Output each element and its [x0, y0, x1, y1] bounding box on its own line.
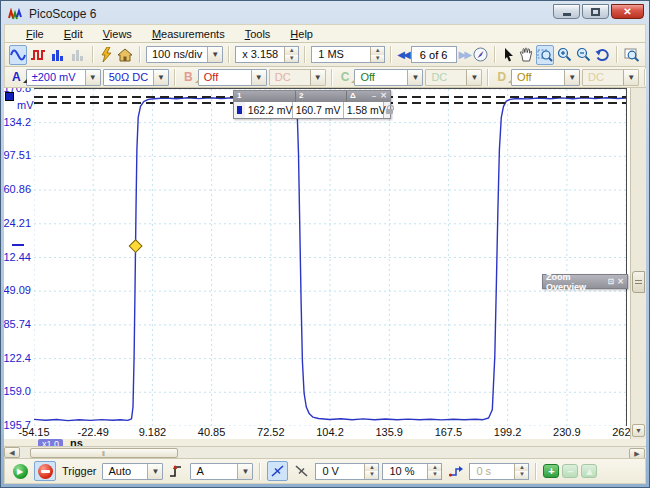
zoom-out-tool-button[interactable] — [575, 45, 592, 65]
scope-bottom-strip: x1.0 ns ◀ ‖ ▶ — [4, 439, 646, 458]
channel-d-coupling-select[interactable]: DC ▼ — [582, 69, 639, 86]
delete-measurement-button[interactable]: ▲ — [581, 464, 597, 478]
trigger-label: Trigger — [59, 465, 99, 477]
trigger-delay-spinner[interactable]: 0 s ▲▼ — [469, 463, 529, 480]
marquee-zoom-tool-button[interactable] — [536, 45, 554, 65]
channel-d-options-button[interactable]: D — [494, 70, 509, 84]
stop-capture-button[interactable] — [34, 461, 56, 481]
ruler-col-delta: Δ — [347, 91, 363, 102]
menu-help[interactable]: Help — [281, 26, 322, 42]
close-legend-icon[interactable]: ✕ — [380, 91, 387, 102]
maximize-button[interactable] — [582, 4, 609, 19]
panel-grip-handle[interactable] — [632, 271, 645, 293]
spectrum-view-button[interactable] — [49, 45, 67, 65]
trigger-source-select[interactable]: A ▼ — [190, 463, 253, 480]
y-tick-label: -12.44 — [4, 251, 31, 263]
zoom-factor-spinner[interactable]: x 3.158 ▲▼ — [235, 46, 299, 63]
separator — [487, 69, 489, 86]
channel-toolbar: A ±200 mV ▼ 50Ω DC ▼ B Off ▼ DC ▼ C Off … — [4, 67, 646, 88]
channel-a-coupling-value: 50Ω DC — [104, 70, 153, 85]
hand-tool-button[interactable] — [518, 45, 534, 65]
channel-b-range-select[interactable]: Off ▼ — [198, 69, 267, 86]
trigger-level-value: 0 V — [316, 464, 364, 479]
pin-icon[interactable]: ⊡ — [608, 277, 615, 286]
zoom-out-icon — [576, 47, 591, 62]
persistence-mode-button[interactable] — [69, 45, 87, 65]
close-icon[interactable]: ✕ — [617, 277, 624, 286]
minimize-button[interactable] — [553, 4, 580, 19]
menu-measurements[interactable]: Measurements — [143, 26, 234, 42]
menu-edit[interactable]: Edit — [55, 26, 92, 42]
samples-spinner[interactable]: 1 MS ▲▼ — [311, 46, 385, 63]
channel-b-options-button[interactable]: B — [181, 70, 196, 84]
auto-setup-button[interactable] — [99, 45, 114, 65]
main-toolbar: 100 ns/div ▼ x 3.158 ▲▼ 1 MS ▲▼ ◀◀ 6 of … — [4, 43, 646, 67]
channel-b-coupling-select[interactable]: DC ▼ — [269, 69, 326, 86]
x-tick-label: 40.85 — [190, 426, 234, 438]
trigger-delay-button[interactable] — [445, 461, 466, 481]
menu-views[interactable]: Views — [94, 26, 141, 42]
pretrigger-spinner[interactable]: 10 % ▲▼ — [382, 463, 442, 480]
x-tick-label: 167.5 — [426, 426, 470, 438]
timebase-select[interactable]: 100 ns/div ▼ — [146, 46, 223, 63]
scrollbar-thumb[interactable]: ‖ — [30, 448, 178, 458]
ruler-legend-header[interactable]: 1 2 Δ – ✕ — [234, 91, 390, 102]
minimize-icon — [563, 13, 571, 16]
normal-select-tool-button[interactable] — [501, 45, 516, 65]
minimize-legend-icon[interactable]: – — [372, 91, 376, 102]
undo-zoom-button[interactable] — [594, 45, 611, 65]
square-wave-view-button[interactable] — [29, 45, 47, 65]
zoom-in-tool-button[interactable] — [556, 45, 573, 65]
channel-b-coupling-value: DC — [270, 70, 310, 85]
ruler-legend[interactable]: 1 2 Δ – ✕ 162.2 mV 160.7 mV 1.58 mV — [233, 90, 391, 119]
horizontal-scrollbar[interactable]: ◀ ‖ ▶ — [4, 446, 646, 458]
zoom-overview-icon — [624, 47, 640, 62]
channel-c-range-select[interactable]: Off ▼ — [354, 69, 423, 86]
separator — [494, 46, 496, 63]
channel-c-coupling-select[interactable]: DC ▼ — [425, 69, 482, 86]
scroll-right-button[interactable]: ▶ — [629, 448, 645, 458]
trigger-mode-select[interactable]: Auto ▼ — [102, 463, 163, 480]
chevron-down-icon: ▼ — [310, 70, 325, 85]
zoom-overview-title: Zoom Overview — [546, 272, 608, 292]
hand-icon — [519, 47, 533, 62]
waveform-plot[interactable] — [34, 88, 627, 426]
zoom-overview-button[interactable] — [623, 45, 641, 65]
title-bar[interactable]: PicoScope 6 ✕ — [4, 4, 646, 24]
close-button[interactable]: ✕ — [611, 4, 644, 19]
y-tick-label: 97.51 — [4, 149, 31, 161]
scope-view[interactable]: mV 170.8134.297.5160.8624.21-12.44-49.09… — [4, 88, 646, 458]
menu-file[interactable]: File — [17, 26, 53, 42]
separator — [616, 46, 618, 63]
channel-d-range-select[interactable]: Off ▼ — [511, 69, 580, 86]
channel-a-coupling-select[interactable]: 50Ω DC ▼ — [103, 69, 169, 86]
rising-edge-button[interactable] — [267, 461, 288, 481]
buffer-navigator-button[interactable] — [472, 45, 489, 65]
buffer-index-field[interactable]: 6 of 6 — [411, 46, 457, 63]
home-settings-button[interactable] — [116, 45, 134, 65]
separator — [228, 46, 230, 63]
channel-a-range-select[interactable]: ±200 mV ▼ — [26, 69, 101, 86]
panel-expand-button[interactable]: ▼ — [632, 424, 645, 437]
falling-edge-button[interactable] — [291, 461, 312, 481]
channel-c-options-button[interactable]: C — [338, 70, 353, 84]
advanced-trigger-button[interactable] — [166, 461, 187, 481]
delay-arrow-icon — [448, 464, 464, 478]
scope-view-button[interactable] — [9, 45, 27, 65]
channel-b-range-value: Off — [199, 70, 251, 85]
add-measurement-button[interactable]: + — [543, 464, 559, 478]
prev-buffer-button[interactable]: ◀◀ — [397, 49, 408, 60]
menu-tools[interactable]: Tools — [236, 26, 280, 42]
channel-a-zero-marker[interactable] — [12, 244, 24, 246]
y-axis-gutter: mV 170.8134.297.5160.8624.21-12.44-49.09… — [4, 88, 34, 426]
scroll-left-button[interactable]: ◀ — [4, 447, 20, 458]
channel-a-options-button[interactable]: A — [9, 70, 24, 84]
ruler-lock-button[interactable] — [384, 102, 390, 118]
next-buffer-button[interactable]: ▶▶ — [459, 49, 470, 60]
zoom-overview-panel[interactable]: Zoom Overview ⊡ ✕ — [542, 274, 628, 289]
start-capture-button[interactable]: ▶ — [9, 461, 31, 481]
samples-value: 1 MS — [312, 47, 370, 62]
chevron-down-icon: ▼ — [237, 464, 252, 479]
trigger-level-spinner[interactable]: 0 V ▲▼ — [315, 463, 379, 480]
edit-measurement-button[interactable]: – — [562, 464, 578, 478]
